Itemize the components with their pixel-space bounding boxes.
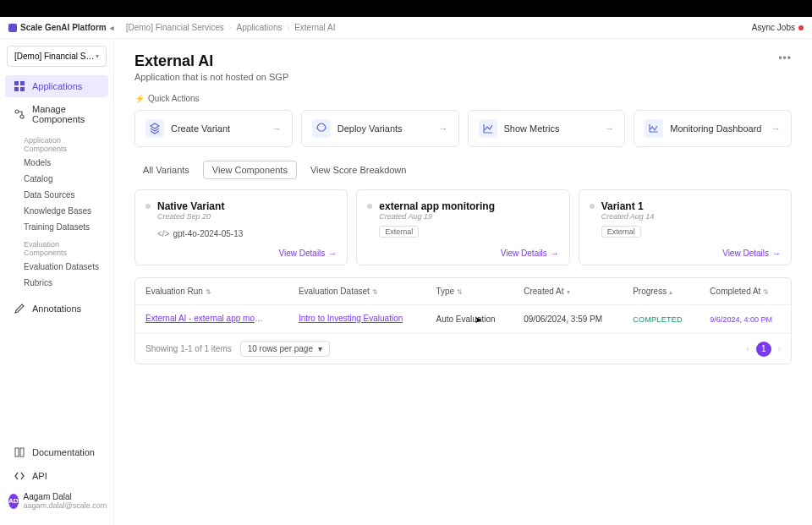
sidebar-item-evaluation-datasets[interactable]: Evaluation Datasets [0, 259, 113, 275]
layers-icon [145, 119, 164, 138]
arrow-right-icon: → [328, 249, 337, 258]
chevron-right-icon: › [287, 24, 289, 31]
breadcrumb: [Demo] Financial Services › Applications… [126, 23, 336, 32]
status-dot-icon [590, 204, 595, 209]
user-block[interactable]: AD Aagam Dalal aagam.dalal@scale.com [0, 489, 113, 513]
external-badge: External [379, 226, 419, 238]
monitoring-dashboard-card[interactable]: Monitoring Dashboard → [634, 110, 792, 147]
sidebar-item-rubrics[interactable]: Rubrics [0, 275, 113, 291]
action-label: Monitoring Dashboard [670, 123, 765, 134]
page-title: External AI [134, 52, 288, 70]
prev-page-button[interactable]: ‹ [746, 344, 749, 353]
platform-badge[interactable]: Scale GenAI Platform ◂ [8, 23, 114, 32]
svg-rect-3 [20, 87, 25, 91]
lightning-icon: ⚡ [134, 94, 145, 103]
external-badge: External [601, 226, 641, 238]
breadcrumb-item[interactable]: External AI [294, 23, 335, 32]
svg-point-4 [15, 110, 19, 113]
sidebar-item-manage-components[interactable]: Manage Components [5, 99, 108, 129]
rows-per-page-select[interactable]: 10 rows per page ▾ [240, 341, 330, 357]
view-details-link[interactable]: View Details → [501, 249, 559, 258]
sidebar-section-eval-components: Evaluation Components [0, 235, 113, 259]
variant-date: Created Sep 20 [157, 212, 224, 221]
chart-icon [479, 119, 497, 138]
variant-name: Native Variant [157, 200, 224, 212]
deploy-variants-card[interactable]: Deploy Variants → [301, 110, 459, 147]
arrow-right-icon: → [439, 123, 448, 134]
puzzle-icon [14, 108, 25, 120]
monitor-icon [645, 119, 663, 138]
top-black-bar [0, 0, 812, 17]
show-metrics-card[interactable]: Show Metrics → [468, 110, 626, 147]
tab-all-variants[interactable]: All Variants [134, 161, 198, 178]
arrow-right-icon: → [771, 123, 781, 134]
sidebar-item-data-sources[interactable]: Data Sources [0, 187, 113, 203]
run-link[interactable]: External AI - external app monito... [145, 314, 264, 323]
action-label: Create Variant [171, 123, 266, 134]
next-page-button[interactable]: › [778, 344, 781, 353]
avatar: AD [8, 494, 19, 509]
platform-label: Scale GenAI Platform [20, 23, 107, 32]
type-cell: Auto Evaluation [425, 305, 513, 334]
variant-name: Variant 1 [601, 200, 655, 212]
sort-icon: ⇅ [763, 288, 769, 296]
column-header-progress[interactable]: Progress▴ [623, 278, 700, 305]
page-number[interactable]: 1 [756, 342, 771, 357]
sidebar-item-api[interactable]: API [5, 465, 108, 487]
svg-rect-6 [15, 448, 19, 457]
collapse-caret-icon[interactable]: ◂ [110, 24, 114, 32]
svg-point-5 [20, 115, 24, 118]
variant-date: Created Aug 14 [601, 212, 655, 221]
sidebar-item-label: Applications [32, 81, 82, 91]
sort-icon: ⇅ [206, 288, 211, 296]
showing-label: Showing 1-1 of 1 items [145, 344, 232, 353]
column-header-run[interactable]: Evaluation Run⇅ [135, 278, 288, 305]
cube-icon [8, 24, 17, 32]
sidebar-item-training-datasets[interactable]: Training Datasets [0, 219, 113, 235]
created-cell: 09/06/2024, 3:59 PM [513, 305, 623, 334]
breadcrumb-item[interactable]: [Demo] Financial Services [126, 23, 224, 32]
rocket-icon [312, 119, 331, 138]
column-header-type[interactable]: Type⇅ [425, 278, 513, 305]
breadcrumb-item[interactable]: Applications [237, 23, 283, 32]
user-name: Aagam Dalal [24, 492, 107, 501]
sidebar-item-models[interactable]: Models [0, 155, 113, 171]
arrow-right-icon: → [272, 123, 282, 134]
variant-model: </> gpt-4o-2024-05-13 [157, 229, 337, 238]
sort-down-icon: ▾ [567, 288, 570, 296]
tab-view-score-breakdown[interactable]: View Score Breakdown [302, 161, 415, 178]
chevron-down-icon: ▾ [96, 52, 99, 60]
sidebar-item-label: Documentation [32, 447, 95, 457]
dataset-link[interactable]: Intro to Investing Evaluation [299, 314, 403, 323]
variant-card[interactable]: Native Variant Created Sep 20 </> gpt-4o… [134, 189, 348, 265]
sidebar-item-documentation[interactable]: Documentation [5, 441, 108, 463]
status-dot-icon [798, 25, 804, 30]
async-jobs-button[interactable]: Async Jobs [752, 23, 804, 32]
variant-name: external app monitoring [379, 200, 495, 212]
code-icon [14, 470, 25, 482]
sidebar-item-annotations[interactable]: Annotations [5, 298, 108, 320]
workspace-selector[interactable]: [Demo] Financial Servi... ▾ [7, 46, 107, 67]
more-button[interactable]: ••• [778, 52, 792, 64]
code-icon: </> [157, 229, 169, 238]
book-icon [14, 446, 25, 458]
column-header-created[interactable]: Created At▾ [513, 278, 623, 305]
variant-card[interactable]: Variant 1 Created Aug 14 External View D… [579, 189, 792, 265]
sidebar-item-catalog[interactable]: Catalog [0, 171, 113, 187]
workspace-label: [Demo] Financial Servi... [14, 52, 96, 61]
table-row[interactable]: External AI - external app monito... Int… [135, 305, 791, 334]
view-details-link[interactable]: View Details → [278, 249, 337, 258]
tab-view-components[interactable]: View Components [203, 161, 297, 179]
create-variant-card[interactable]: Create Variant → [134, 110, 293, 147]
async-jobs-label: Async Jobs [752, 23, 795, 32]
status-dot-icon [145, 204, 151, 209]
main-content: External AI Application that is not host… [114, 39, 812, 525]
sort-up-icon: ▴ [669, 288, 672, 296]
column-header-dataset[interactable]: Evaluation Dataset⇅ [288, 278, 426, 305]
view-details-link[interactable]: View Details → [722, 249, 781, 258]
sidebar-item-applications[interactable]: Applications [5, 75, 108, 97]
sidebar-item-knowledge-bases[interactable]: Knowledge Bases [0, 203, 113, 219]
variant-card[interactable]: external app monitoring Created Aug 19 E… [356, 189, 569, 265]
user-email: aagam.dalal@scale.com [24, 501, 107, 510]
column-header-completed[interactable]: Completed At⇅ [700, 278, 791, 305]
